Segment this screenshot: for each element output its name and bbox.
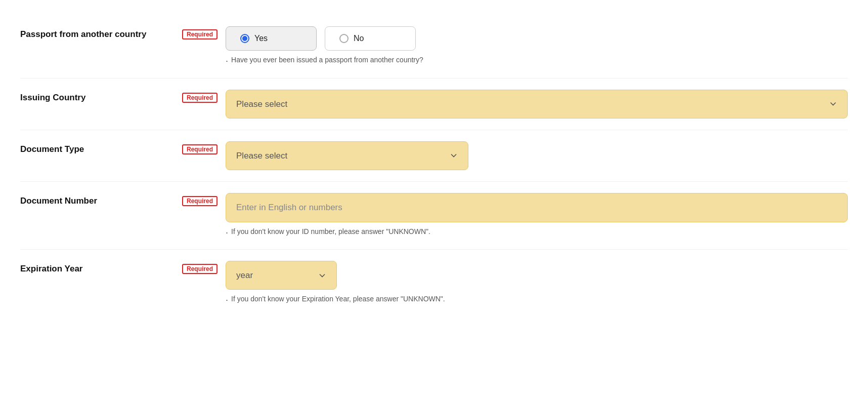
passport-input-col: Yes No Have you ever been issued a passp…: [226, 26, 848, 67]
form-section: Passport from another country Required Y…: [20, 15, 848, 317]
document-type-input-col: Please select: [226, 141, 848, 170]
passport-yes-radio-circle: [240, 34, 249, 43]
expiration-year-select[interactable]: year: [226, 261, 337, 290]
passport-required-badge: Required: [182, 29, 218, 40]
issuing-country-input-col: Please select: [226, 90, 848, 119]
document-type-select[interactable]: Please select: [226, 141, 468, 170]
document-number-input[interactable]: [226, 193, 848, 222]
document-number-hint: If you don't know your ID number, please…: [226, 227, 848, 239]
passport-no-radio-circle: [339, 34, 349, 43]
document-type-label: Document Type: [20, 141, 182, 155]
passport-row: Passport from another country Required Y…: [20, 15, 848, 78]
document-number-required-badge: Required: [182, 196, 218, 206]
passport-radio-group: Yes No: [226, 26, 848, 51]
issuing-country-label: Issuing Country: [20, 90, 182, 104]
document-type-row: Document Type Required Please select: [20, 130, 848, 182]
document-number-input-col: If you don't know your ID number, please…: [226, 193, 848, 239]
document-type-required-badge: Required: [182, 144, 218, 154]
issuing-country-required-badge: Required: [182, 93, 218, 103]
issuing-country-row: Issuing Country Required Please select: [20, 78, 848, 130]
expiration-year-hint: If you don't know your Expiration Year, …: [226, 295, 848, 306]
passport-hint: Have you ever been issued a passport fro…: [226, 56, 848, 67]
passport-no-label: No: [354, 34, 364, 43]
passport-no-option[interactable]: No: [325, 26, 416, 51]
expiration-year-required-badge: Required: [182, 264, 218, 274]
passport-yes-option[interactable]: Yes: [226, 26, 317, 51]
passport-label: Passport from another country: [20, 26, 182, 41]
issuing-country-select[interactable]: Please select: [226, 90, 848, 119]
document-number-row: Document Number Required If you don't kn…: [20, 182, 848, 250]
expiration-year-label: Expiration Year: [20, 261, 182, 275]
passport-yes-label: Yes: [254, 34, 268, 43]
expiration-year-input-col: year If you don't know your Expiration Y…: [226, 261, 848, 306]
expiration-year-row: Expiration Year Required year If you don…: [20, 250, 848, 317]
document-number-label: Document Number: [20, 193, 182, 207]
